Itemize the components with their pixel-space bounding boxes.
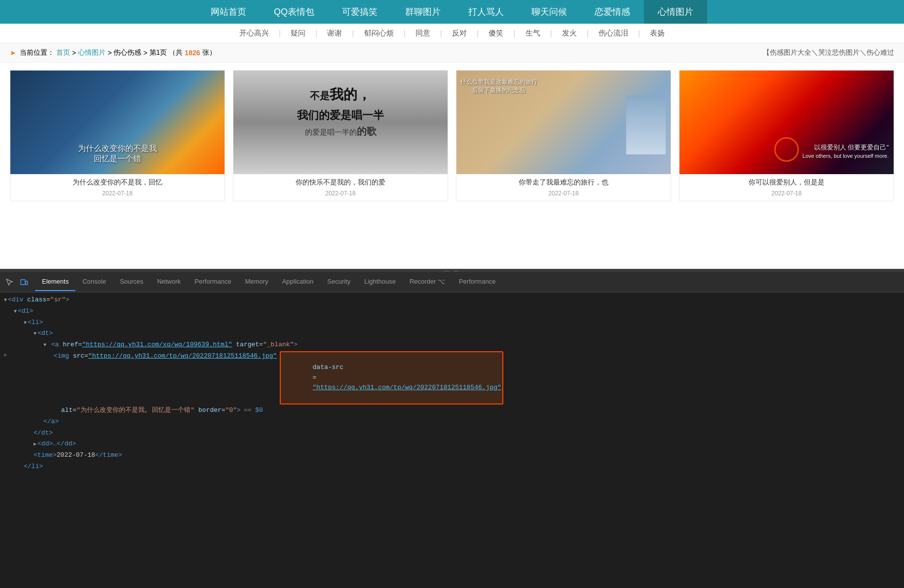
- devtools-icon-bar: [2, 275, 31, 289]
- sub-navigation: 开心高兴 | 疑问 | 谢谢 | 郁闷心烦 | 同意 | 反对 | 傻笑 | 生…: [0, 24, 904, 43]
- image-3-text: 什么位带我是这最难忘的旅行后留下最痛的纪念品: [460, 78, 537, 95]
- tab-elements[interactable]: Elements: [35, 273, 75, 291]
- code-line-4: <dt>: [0, 328, 904, 339]
- code-line-2: <dl>: [0, 306, 904, 317]
- code-line-12: </li>: [0, 461, 904, 473]
- image-1-title: 为什么改变你的不是我，回忆: [10, 174, 225, 189]
- image-4-title: 你可以很爱别人，但是是: [679, 174, 894, 189]
- nav-qq[interactable]: QQ表情包: [260, 0, 328, 24]
- tab-performance[interactable]: Performance: [188, 273, 238, 291]
- breadcrumb-bar: ➤ 当前位置： 首页 > 心情图片 > 伤心伤感 > 第1页 （共 1826 张…: [0, 43, 904, 63]
- image-card-2[interactable]: 不是我的， 我们的爱是唱一半 的爱是唱一半的的歌 你的快乐不是我的，我们的爱 2…: [233, 70, 448, 201]
- subnav-praise[interactable]: 表扬: [650, 29, 665, 37]
- nav-mood[interactable]: 心情图片: [644, 0, 707, 24]
- devtools-elements-panel: <div class = "sr" > <dl> <li> <dt> <a hr…: [0, 293, 904, 588]
- subnav-question[interactable]: 疑问: [291, 29, 305, 37]
- triangle-icon-5[interactable]: [43, 340, 46, 350]
- tab-security[interactable]: Security: [320, 273, 357, 291]
- image-1-overlay: 为什么改变你的不是我回忆是一个错: [15, 144, 220, 164]
- breadcrumb-home[interactable]: 首页: [56, 48, 70, 57]
- dollar-sign: $0: [255, 405, 263, 416]
- subnav-silly[interactable]: 傻笑: [489, 29, 503, 37]
- triangle-icon-2[interactable]: [14, 306, 17, 317]
- subnav-annoyed[interactable]: 郁闷心烦: [364, 29, 394, 37]
- tab-application[interactable]: Application: [275, 273, 321, 291]
- tab-memory[interactable]: Memory: [238, 273, 275, 291]
- subnav-thanks[interactable]: 谢谢: [327, 29, 342, 37]
- image-2-overlay: 不是我的， 我们的爱是唱一半 的爱是唱一半的的歌: [233, 85, 448, 138]
- image-count: 1826: [185, 49, 200, 57]
- nav-funny[interactable]: 可爱搞笑: [328, 0, 391, 24]
- code-line-7: alt = "为什么改变你的不是我, 回忆是一个错" border = "0" …: [0, 405, 904, 416]
- arrow-icon: ➤: [10, 49, 16, 57]
- subnav-agree[interactable]: 同意: [415, 29, 430, 37]
- code-line-10: <dd> … </dd>: [0, 439, 904, 450]
- breadcrumb-page: 第1页: [150, 48, 167, 57]
- code-line-11: <time> 2022-07-18 </time>: [0, 450, 904, 461]
- breadcrumb-prefix: 当前位置：: [20, 48, 54, 57]
- browser-content: 网站首页 QQ表情包 可爱搞笑 群聊图片 打人骂人 聊天问候 恋爱情感 心情图片…: [0, 0, 904, 269]
- svg-rect-0: [21, 280, 25, 285]
- image-2-title: 你的快乐不是我的，我们的爱: [233, 174, 448, 189]
- code-line-6: ► <img src = "https://qq.yh31.com/tp/wq/…: [0, 351, 904, 405]
- tab-sources[interactable]: Sources: [113, 273, 151, 291]
- subnav-oppose[interactable]: 反对: [452, 29, 467, 37]
- breadcrumb-mood[interactable]: 心情图片: [78, 48, 106, 57]
- svg-rect-1: [26, 281, 28, 285]
- nav-love[interactable]: 恋爱情感: [581, 0, 644, 24]
- image-card-3[interactable]: 什么位带我是这最难忘的旅行后留下最痛的纪念品 什么位带我是这最难忘的旅行后留下最…: [456, 70, 671, 201]
- subnav-fire[interactable]: 发火: [562, 29, 577, 37]
- image-3: 什么位带我是这最难忘的旅行后留下最痛的纪念品 什么位带我是这最难忘的旅行后留下最…: [456, 71, 671, 174]
- triangle-icon-3[interactable]: [24, 318, 27, 328]
- devtools-tabs: Elements Console Sources Network Perform…: [0, 272, 904, 293]
- devtools-panel: Elements Console Sources Network Perform…: [0, 272, 904, 588]
- device-toolbar-icon[interactable]: [17, 275, 31, 289]
- seo-text: 【伤感图片大全＼哭泣悲伤图片＼伤心难过: [763, 48, 894, 57]
- subnav-angry[interactable]: 生气: [526, 29, 540, 37]
- image-2-date: 2022-07-18: [233, 189, 448, 201]
- image-3-title: 你带走了我最难忘的旅行，也: [456, 174, 671, 189]
- image-card-4[interactable]: 以很爱别人 但要更爱自己"Love others, but love yours…: [679, 70, 894, 201]
- code-line-9: </dt>: [0, 428, 904, 439]
- triangle-icon-4[interactable]: [34, 329, 37, 339]
- highlighted-attribute: data-src = "https://qq.yh31.com/tp/wq/20…: [280, 351, 503, 404]
- image-1: 为什么改变你的不是我回忆是一个错: [10, 71, 225, 174]
- breadcrumb-sad: 伤心伤感: [113, 48, 141, 57]
- nav-greet[interactable]: 聊天问候: [518, 0, 581, 24]
- image-card-1[interactable]: 为什么改变你的不是我回忆是一个错 为什么改变你的不是我，回忆 2022-07-1…: [10, 70, 225, 201]
- nav-home[interactable]: 网站首页: [197, 0, 260, 24]
- image-grid: 为什么改变你的不是我回忆是一个错 为什么改变你的不是我，回忆 2022-07-1…: [0, 63, 904, 209]
- image-3-date: 2022-07-18: [456, 189, 671, 201]
- tab-lighthouse[interactable]: Lighthouse: [357, 273, 403, 291]
- image-2: 不是我的， 我们的爱是唱一半 的爱是唱一半的的歌: [233, 71, 448, 174]
- tab-console[interactable]: Console: [75, 273, 113, 291]
- image-1-date: 2022-07-18: [10, 189, 225, 201]
- subnav-happy[interactable]: 开心高兴: [239, 29, 269, 37]
- line-indicator: ►: [4, 351, 7, 360]
- tab-performance2[interactable]: Performance: [452, 273, 502, 291]
- tab-recorder[interactable]: Recorder ⌥: [403, 273, 452, 291]
- breadcrumb: ➤ 当前位置： 首页 > 心情图片 > 伤心伤感 > 第1页 （共 1826 张…: [10, 48, 216, 57]
- inspect-icon[interactable]: [2, 275, 16, 289]
- nav-scold[interactable]: 打人骂人: [454, 0, 518, 24]
- tab-network[interactable]: Network: [151, 273, 188, 291]
- triangle-icon-1[interactable]: [4, 295, 7, 305]
- subnav-sad[interactable]: 伤心流泪: [599, 29, 628, 37]
- time-value: 2022-07-18: [57, 450, 95, 461]
- code-line-3: <li>: [0, 317, 904, 329]
- image-4: 以很爱别人 但要更爱自己"Love others, but love yours…: [679, 71, 894, 174]
- code-line-5: <a href = "https://qq.yh31.com/xq/wq/109…: [0, 339, 904, 351]
- triangle-icon-6[interactable]: [34, 439, 37, 449]
- image-4-date: 2022-07-18: [679, 189, 894, 201]
- top-navigation: 网站首页 QQ表情包 可爱搞笑 群聊图片 打人骂人 聊天问候 恋爱情感 心情图片: [0, 0, 904, 24]
- nav-group[interactable]: 群聊图片: [391, 0, 454, 24]
- code-line-1: <div class = "sr" >: [0, 294, 904, 306]
- code-line-8: </a>: [0, 416, 904, 428]
